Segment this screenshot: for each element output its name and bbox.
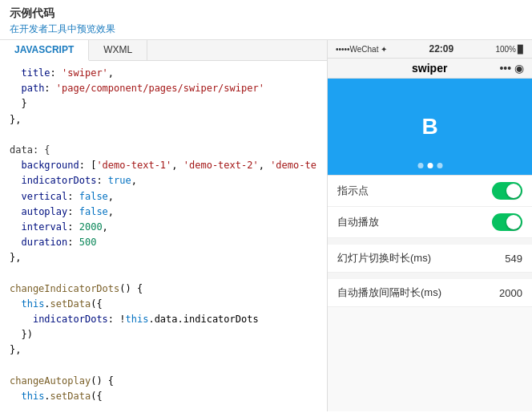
divider-2 — [328, 273, 532, 279]
phone-nav-title: swiper — [412, 62, 447, 75]
divider-1 — [328, 238, 532, 245]
phone-time: 22:09 — [429, 43, 453, 55]
autoplay-interval-value: 2000 — [499, 287, 522, 299]
autoplay-toggle[interactable] — [492, 213, 522, 231]
transition-duration-value: 549 — [505, 253, 522, 265]
indicator-dots-label: 指示点 — [337, 184, 369, 198]
swiper-slide-label: B — [421, 114, 437, 140]
phone-battery: 100% ▉ — [495, 45, 524, 54]
phone-nav-icons[interactable]: ••• ◉ — [499, 62, 524, 75]
controls-section: 指示点 自动播放 幻灯片切换时长(ms) 549 自动播 — [328, 176, 532, 307]
swiper-display: B — [328, 79, 532, 175]
transition-duration-label: 幻灯片切换时长(ms) — [337, 251, 431, 265]
phone-signal: •••••WeChat ✦ — [336, 45, 387, 54]
battery-percentage: 100% — [495, 45, 516, 54]
code-tabs: JAVASCRIPT WXML — [0, 40, 327, 61]
phone-mock: •••••WeChat ✦ 22:09 100% ▉ swiper ••• ◉ … — [328, 40, 532, 176]
phone-status-bar: •••••WeChat ✦ 22:09 100% ▉ — [328, 40, 532, 59]
swiper-dots — [417, 163, 442, 168]
code-panel: JAVASCRIPT WXML title: 'swiper', path: '… — [0, 40, 328, 411]
tab-wxml[interactable]: WXML — [89, 40, 147, 60]
tab-javascript[interactable]: JAVASCRIPT — [0, 40, 89, 61]
control-transition-duration: 幻灯片切换时长(ms) 549 — [328, 245, 532, 273]
toggle-knob-indicator — [506, 184, 521, 198]
autoplay-label: 自动播放 — [337, 215, 379, 229]
swiper-dot-3[interactable] — [437, 163, 442, 168]
control-indicator-dots: 指示点 — [328, 176, 532, 207]
swiper-dot-2[interactable] — [427, 163, 433, 168]
page-header: 示例代码 在开发者工具中预览效果 — [0, 0, 532, 40]
code-block: title: 'swiper', path: 'page/component/p… — [10, 66, 317, 404]
page-title: 示例代码 — [10, 6, 522, 21]
indicator-dots-toggle[interactable] — [492, 182, 522, 200]
main-content: JAVASCRIPT WXML title: 'swiper', path: '… — [0, 40, 532, 411]
control-autoplay-interval: 自动播放间隔时长(ms) 2000 — [328, 279, 532, 307]
page-subtitle[interactable]: 在开发者工具中预览效果 — [10, 22, 522, 36]
autoplay-interval-label: 自动播放间隔时长(ms) — [337, 285, 441, 300]
control-autoplay: 自动播放 — [328, 207, 532, 238]
phone-nav-bar: swiper ••• ◉ — [328, 59, 532, 79]
battery-icon: ▉ — [518, 45, 524, 54]
swiper-dot-1[interactable] — [417, 163, 423, 168]
preview-panel: •••••WeChat ✦ 22:09 100% ▉ swiper ••• ◉ … — [328, 40, 532, 411]
toggle-knob-autoplay — [506, 215, 521, 229]
code-content[interactable]: title: 'swiper', path: 'page/component/p… — [0, 61, 327, 411]
